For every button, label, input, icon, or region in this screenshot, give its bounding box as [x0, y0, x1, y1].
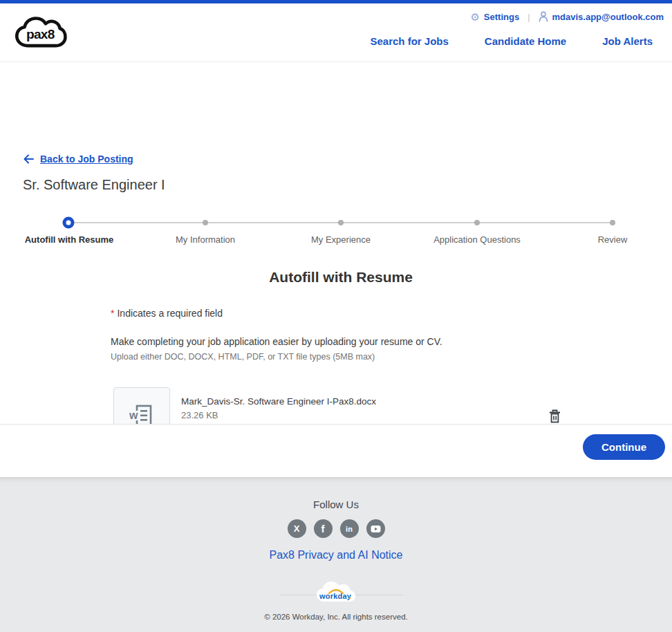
social-links: X f in — [0, 519, 672, 538]
settings-label: Settings — [484, 12, 519, 22]
back-link-label: Back to Job Posting — [40, 154, 133, 165]
user-email: mdavis.app@outlook.com — [552, 12, 664, 22]
continue-button[interactable]: Continue — [583, 434, 665, 460]
nav-candidate-home[interactable]: Candidate Home — [485, 35, 566, 47]
upload-filetypes-hint: Upload either DOC, DOCX, HTML, PDF, or T… — [111, 352, 375, 362]
required-field-note: *Indicates a required field — [111, 308, 223, 319]
back-to-job-posting-link[interactable]: Back to Job Posting — [23, 154, 133, 165]
person-icon — [539, 11, 548, 22]
account-menu[interactable]: mdavis.app@outlook.com — [539, 11, 664, 22]
svg-text:workday: workday — [319, 592, 352, 600]
linkedin-icon[interactable]: in — [340, 519, 359, 538]
nav-search-for-jobs[interactable]: Search for Jobs — [370, 35, 448, 47]
required-note-text: Indicates a required field — [117, 308, 223, 319]
step-label-my-experience: My Experience — [311, 234, 371, 245]
site-footer: Follow Us X f in Pax8 Privacy and AI Not… — [0, 477, 672, 632]
progress-stepper: Autofill with Resume My Information My E… — [0, 216, 672, 248]
youtube-icon[interactable] — [366, 519, 385, 538]
arrow-left-icon — [23, 154, 35, 165]
pax8-logo[interactable]: pax8 — [14, 15, 68, 53]
follow-us-label: Follow Us — [0, 499, 672, 510]
delete-file-button[interactable] — [546, 408, 563, 425]
step-dot-review — [610, 220, 615, 225]
svg-text:w: w — [129, 409, 138, 421]
step-label-my-information: My Information — [176, 234, 235, 245]
svg-text:pax8: pax8 — [26, 27, 55, 41]
pax8-cloud-icon: pax8 — [14, 15, 68, 50]
trash-icon — [549, 409, 561, 423]
step-label-review: Review — [598, 234, 628, 245]
step-dot-my-information — [203, 220, 208, 225]
site-header: ⚙ Settings | mdavis.app@outlook.com pax8… — [0, 3, 672, 61]
privacy-notice-link[interactable]: Pax8 Privacy and AI Notice — [270, 549, 403, 561]
workday-logo: workday — [314, 578, 358, 608]
workday-logo-block: workday — [0, 578, 672, 610]
required-asterisk: * — [111, 308, 114, 319]
facebook-icon[interactable]: f — [314, 519, 333, 538]
main-content: Back to Job Posting Sr. Software Enginee… — [0, 61, 672, 424]
youtube-play-glyph — [371, 525, 381, 533]
step-label-application-questions: Application Questions — [433, 234, 521, 245]
nav-job-alerts[interactable]: Job Alerts — [602, 35, 653, 47]
x-twitter-icon[interactable]: X — [288, 519, 306, 538]
utility-divider: | — [528, 12, 530, 22]
gear-icon: ⚙ — [470, 12, 479, 22]
bottom-action-bar: Continue — [0, 424, 672, 477]
settings-link[interactable]: ⚙ Settings — [470, 12, 519, 22]
section-title: Autofill with Resume — [0, 269, 672, 286]
step-dot-application-questions — [474, 220, 480, 225]
upload-instruction: Make completing your job application eas… — [111, 336, 442, 347]
step-label-autofill: Autofill with Resume — [25, 234, 114, 245]
job-title: Sr. Software Engineer I — [23, 177, 165, 193]
file-name: Mark_Davis-Sr. Software Engineer I-Pax8.… — [181, 396, 546, 407]
file-size: 23.26 KB — [181, 410, 546, 420]
utility-bar: ⚙ Settings | mdavis.app@outlook.com — [0, 8, 664, 26]
copyright-text: © 2026 Workday, Inc. All rights reserved… — [0, 613, 672, 621]
step-dot-my-experience — [338, 220, 344, 225]
step-dot-autofill — [63, 217, 75, 229]
main-nav: Search for Jobs Candidate Home Job Alert… — [0, 27, 664, 55]
workday-cloud-icon: workday — [314, 578, 358, 606]
